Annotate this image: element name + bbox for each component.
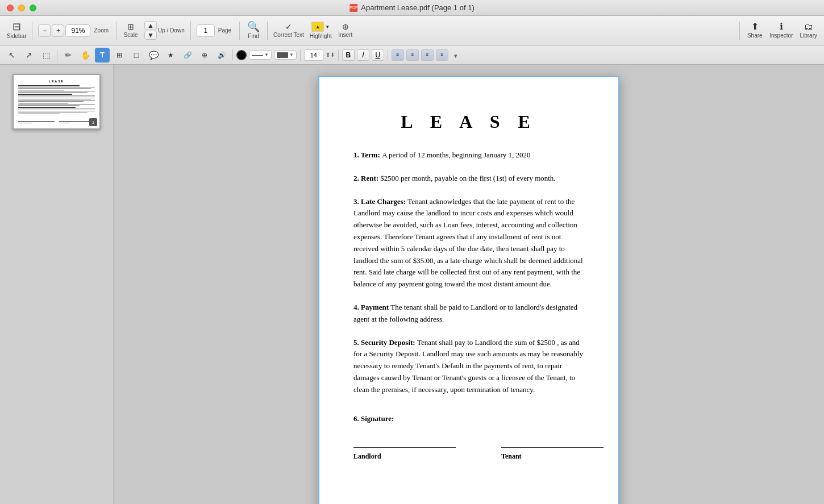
thumb-section-6 [18, 114, 95, 115]
font-size-field[interactable]: 14 [304, 49, 323, 61]
up-button[interactable]: ▲ [144, 21, 157, 30]
section-2-body: $2500 per month, payable on the first (1… [380, 174, 555, 182]
landlord-sig: Landlord [353, 447, 456, 462]
correct-text-button[interactable]: ✓ Correct Text [271, 18, 306, 43]
main-toolbar: ⊟ Sidebar − + 91% Zoom ⊞ Scale ▲ ▼ Up / … [0, 16, 824, 45]
separator-3 [190, 22, 191, 40]
thumb-section-5 [18, 107, 95, 113]
speaker-tool-button[interactable]: 🔊 [214, 48, 229, 63]
underline-button[interactable]: U [372, 49, 384, 61]
ann-sep-5 [388, 49, 388, 61]
pdf-section-1: 1. Term: A period of 12 months, beginnin… [353, 149, 584, 161]
arrow-tool-button[interactable]: ↖ [5, 48, 19, 63]
share-icon: ⬆ [751, 22, 759, 31]
callout-tool-button[interactable]: ⊞ [112, 48, 127, 63]
bold-button[interactable]: B [342, 49, 355, 61]
section-6-title: 6. Signature: [353, 414, 394, 423]
section-1-title: 1. Term: [353, 151, 382, 159]
star-tool-button[interactable]: ★ [163, 48, 178, 63]
italic-button[interactable]: I [357, 49, 369, 61]
page-input[interactable]: 1 [197, 24, 215, 37]
toolbar-right: ⬆ Share ℹ Inspector 🗂 Library [737, 18, 819, 43]
zoom-in-button[interactable]: + [52, 24, 64, 37]
page-num-badge: 1 [89, 118, 97, 126]
pdf-section-4: 4. Payment The tenant shall be paid to L… [353, 302, 584, 326]
section-3-title: 3. Late Charges: [353, 197, 407, 206]
section-2-title: 2. Rent: [353, 174, 380, 182]
hand-tool-button[interactable]: ✋ [78, 48, 93, 63]
link-tool-button[interactable]: 🔗 [180, 48, 195, 63]
landlord-line [353, 447, 456, 448]
zoom-value[interactable]: 91% [65, 24, 90, 37]
titlebar: PDF Apartment Lease.pdf (Page 1 of 1) [0, 0, 824, 16]
window-title: PDF Apartment Lease.pdf (Page 1 of 1) [349, 3, 474, 12]
pdf-section-2: 2. Rent: $2500 per month, payable on the… [353, 173, 584, 185]
page-label: Page [216, 20, 234, 41]
line-chevron: ▼ [264, 52, 269, 57]
font-size-stepper[interactable]: ⬆⬇ [326, 52, 335, 58]
fill-color-picker[interactable] [236, 50, 247, 60]
pdf-section-3: 3. Late Charges: Tenant acknowledges tha… [353, 196, 584, 290]
pdf-page: L E A S E 1. Term: A period of 12 months… [318, 76, 619, 504]
tenant-label: Tenant [501, 451, 604, 462]
speech-tool-button[interactable]: 💬 [146, 48, 161, 63]
page-thumbnail[interactable]: LEASE [13, 74, 101, 130]
library-button[interactable]: 🗂 Library [797, 18, 819, 43]
ann-sep-4 [338, 49, 339, 61]
close-button[interactable] [7, 5, 14, 11]
signature-lines: Landlord Tenant [353, 447, 584, 462]
border-style-picker[interactable]: ▼ [274, 51, 297, 60]
shape-tool-button[interactable]: □ [129, 48, 144, 63]
landlord-label: Landlord [353, 451, 456, 462]
pdf-section-5: 5. Security Deposit: Tenant shall pay to… [353, 337, 584, 396]
scale-icon: ⊞ [127, 23, 134, 31]
pdf-area[interactable]: L E A S E 1. Term: A period of 12 months… [114, 65, 824, 504]
find-button[interactable]: 🔍 Find [243, 18, 264, 43]
sidebar: LEASE [0, 65, 114, 504]
collapse-icon: ▼ [453, 53, 459, 59]
section-1-body: A period of 12 months, beginning January… [382, 151, 530, 159]
stamp-tool-button[interactable]: ⊕ [197, 48, 212, 63]
ann-sep-2 [232, 49, 233, 61]
section-4-title: 4. Payment [353, 303, 390, 311]
border-style-icon [277, 52, 288, 58]
tenant-sig: Tenant [501, 447, 604, 462]
align-center-button[interactable]: ≡ [406, 49, 419, 61]
inspector-button[interactable]: ℹ Inspector [767, 18, 795, 43]
line-style-picker[interactable]: —— ▼ [249, 50, 272, 60]
thumb-section-1 [18, 85, 95, 89]
zoom-out-button[interactable]: − [38, 24, 51, 37]
justify-button[interactable]: ≡ [436, 49, 448, 61]
traffic-lights[interactable] [7, 5, 36, 11]
separator-4 [239, 22, 240, 40]
share-button[interactable]: ⬆ Share [744, 18, 765, 43]
pdf-section-6: 6. Signature: Landlord Tenant [353, 413, 584, 463]
thumbnail-content: LEASE [14, 75, 99, 128]
select-tool-button[interactable]: ↗ [22, 48, 36, 63]
library-icon: 🗂 [804, 22, 813, 31]
minimize-button[interactable] [18, 5, 25, 11]
separator-2 [116, 22, 117, 40]
separator-5 [267, 22, 268, 40]
thumb-signatures [18, 119, 95, 124]
updown-group: ▲ ▼ Up / Down [142, 21, 187, 40]
insert-icon: ⊕ [342, 23, 349, 31]
align-right-button[interactable]: ≡ [421, 49, 434, 61]
section-3-body: Tenant acknowledges that the late paymen… [353, 197, 583, 289]
text-tool-button[interactable]: T [95, 48, 110, 63]
correct-icon: ✓ [285, 23, 292, 31]
color-tools [236, 50, 247, 60]
align-left-button[interactable]: ≡ [392, 49, 404, 61]
font-toolbar: 14 ⬆⬇ B I U ≡ ≡ ≡ ≡ [304, 49, 448, 61]
sidebar-button[interactable]: ⊟ Sidebar [5, 18, 28, 43]
lasso-tool-button[interactable]: ⬚ [39, 48, 53, 63]
annotation-toolbar: ↖ ↗ ⬚ ✏ ✋ T ⊞ □ 💬 ★ 🔗 ⊕ 🔊 —— ▼ ▼ 14 ⬆⬇ B… [0, 45, 824, 65]
pencil-tool-button[interactable]: ✏ [61, 48, 76, 63]
highlight-button[interactable]: ▲ ▼ Highlight [307, 18, 334, 43]
pdf-title: L E A S E [353, 111, 584, 132]
maximize-button[interactable] [30, 5, 36, 11]
zoom-label: Zoom [91, 20, 111, 41]
insert-button[interactable]: ⊕ Insert [335, 18, 356, 43]
chevron-collapse[interactable]: ▼ [453, 50, 459, 60]
down-button[interactable]: ▼ [144, 31, 157, 40]
